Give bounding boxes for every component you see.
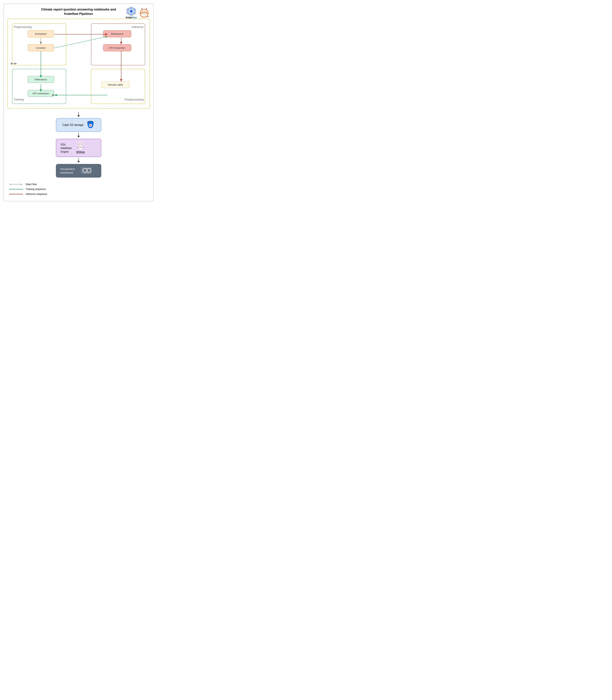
bottom-section: Ceph S3 storage ceph (7, 112, 150, 178)
trino-icon (76, 141, 85, 150)
legend: ◄ ► Data Flow Training sequence Inferenc… (7, 183, 150, 196)
ceph-bucket-icon: ceph (86, 121, 95, 129)
diagram-wrapper: Preprocessing Inference Training Postpro… (10, 22, 147, 106)
svg-point-39 (79, 143, 80, 146)
sql-box: SQL Database Engine (56, 139, 101, 157)
svg-marker-35 (77, 136, 80, 137)
svg-text:jupyter: jupyter (141, 13, 147, 14)
inference-label: Inference (131, 26, 143, 29)
svg-point-13 (148, 16, 149, 17)
curation-node: Curation (28, 44, 54, 51)
ceph-label: Ceph S3 storage (62, 123, 83, 126)
jupyter-icon: jupyter (138, 7, 150, 18)
kubeflow-icon (126, 6, 136, 16)
svg-point-43 (80, 147, 81, 148)
legend-inference-seq: Inference sequence (9, 193, 150, 196)
kubeflow-text: Kubeflow (126, 16, 137, 19)
svg-point-12 (146, 8, 147, 10)
svg-text:ceph: ceph (89, 128, 91, 129)
legend-training-seq: Training sequence (9, 188, 150, 190)
svg-point-42 (81, 147, 82, 147)
trino-logo: trino (76, 141, 85, 154)
outer-pipeline-box: Preprocessing Inference Training Postpro… (7, 19, 150, 109)
pipeline-area: Preprocessing Inference Training Postpro… (7, 19, 150, 178)
extraction-node: Extraction (28, 30, 54, 37)
inference-seq-label: Inference sequence (26, 193, 47, 196)
arrow-to-sql (76, 133, 81, 138)
preprocessing-label: Preprocessing (14, 26, 32, 29)
kpi-extraction-inference-node: KPI extraction (103, 44, 131, 51)
training-seq-label: Training sequence (26, 188, 46, 190)
arrow-to-ceph (76, 112, 81, 117)
jupyter-logo: jupyter (138, 7, 150, 18)
kpi-extraction-training-node: KPI extraction (28, 90, 54, 97)
svg-point-11 (141, 8, 142, 10)
superset-logo: Superset (80, 166, 92, 175)
main-container: Climate report question answering notebo… (3, 3, 154, 201)
training-label: Training (14, 98, 24, 101)
inference-line (9, 194, 23, 194)
postprocessing-label: Postprocessing (125, 98, 144, 101)
logos-area: Kubeflow jupyter (126, 6, 150, 19)
svg-point-31 (87, 121, 94, 123)
relevance-inference-node: Relevance (103, 30, 131, 37)
viz-dashboard-box: Visualization Dashboard Superset (56, 164, 101, 178)
kubeflow-logo: Kubeflow (126, 6, 137, 19)
svg-point-41 (80, 147, 80, 147)
ceph-storage-box: Ceph S3 storage ceph (56, 118, 101, 132)
superset-icon: Superset (80, 166, 92, 175)
trino-label: trino (76, 150, 85, 154)
sql-label: SQL Database Engine (60, 143, 72, 153)
svg-point-3 (130, 10, 133, 13)
svg-text:Superset: Superset (84, 173, 89, 174)
results-table-node: Results table (101, 81, 129, 88)
svg-point-40 (81, 143, 82, 146)
viz-label: Visualization Dashboard (60, 167, 75, 174)
training-line (9, 189, 23, 189)
arrow-to-viz (76, 158, 81, 163)
svg-marker-51 (77, 161, 80, 163)
relevance-training-node: Relevance (28, 76, 54, 83)
legend-data-flow: ◄ ► Data Flow (9, 183, 150, 186)
svg-marker-29 (77, 115, 80, 117)
data-flow-label: Data Flow (26, 183, 37, 186)
